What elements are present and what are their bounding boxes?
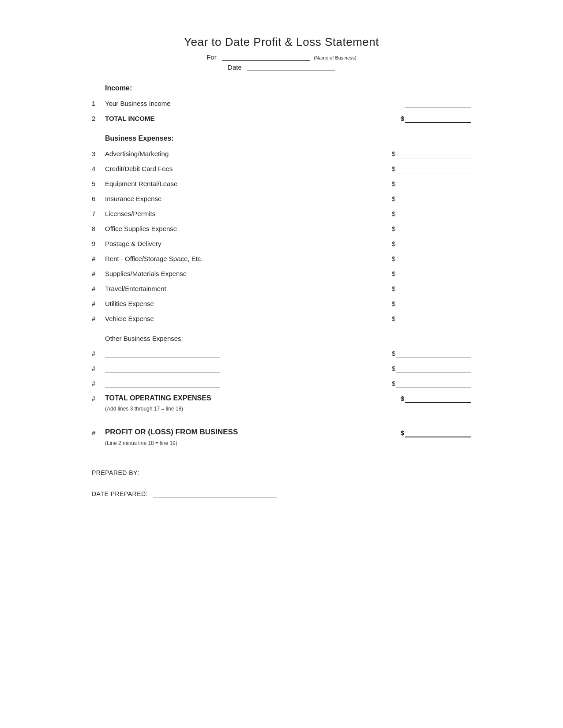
dollar-14: $ xyxy=(392,315,395,323)
expense-input-12[interactable] xyxy=(396,285,471,293)
other-label-field-2[interactable] xyxy=(105,365,220,373)
prepared-section: PREPARED BY: DATE PREPARED: xyxy=(92,468,471,497)
dollar-4: $ xyxy=(392,165,395,173)
total-operating-row: # TOTAL OPERATING EXPENSES $ xyxy=(92,391,471,403)
dollar-8: $ xyxy=(392,225,395,233)
dollar-7: $ xyxy=(392,210,395,218)
line-num-5: 5 xyxy=(92,180,105,188)
total-operating-col: $ xyxy=(401,395,471,403)
expense-label-12: Travel/Entertainment xyxy=(105,285,392,293)
expense-input-6[interactable] xyxy=(396,195,471,203)
business-name-input[interactable] xyxy=(222,60,310,61)
date-input[interactable] xyxy=(247,71,335,71)
other-input-3[interactable] xyxy=(396,380,471,388)
expense-line-14: # Vehicle Expense $ xyxy=(92,311,471,323)
expense-amount-6: $ xyxy=(392,195,471,203)
income-label-2: TOTAL INCOME xyxy=(105,115,401,123)
line-num-10: # xyxy=(92,255,105,263)
line-num-9: 9 xyxy=(92,240,105,248)
dollar-6: $ xyxy=(392,195,395,203)
line-num-3: 3 xyxy=(92,150,105,158)
expense-input-11[interactable] xyxy=(396,270,471,278)
expense-amount-14: $ xyxy=(392,315,471,323)
expense-line-12: # Travel/Entertainment $ xyxy=(92,281,471,293)
total-operating-input[interactable] xyxy=(405,395,471,403)
other-label-input-1 xyxy=(105,350,392,358)
dollar-11: $ xyxy=(392,270,395,278)
other-input-2[interactable] xyxy=(396,365,471,373)
expense-label-4: Credit/Debit Card Fees xyxy=(105,165,392,173)
dollar-10: $ xyxy=(392,255,395,263)
expense-line-6: 6 Insurance Expense $ xyxy=(92,191,471,203)
other-line-num-2: # xyxy=(92,365,105,373)
line-num-2: 2 xyxy=(92,115,105,123)
expense-input-9[interactable] xyxy=(396,240,471,248)
expense-input-3[interactable] xyxy=(396,150,471,158)
other-label-field-3[interactable] xyxy=(105,380,220,388)
line-num-4: 4 xyxy=(92,165,105,173)
other-amount-3: $ xyxy=(392,380,471,388)
profit-loss-num: # xyxy=(92,429,105,437)
income-1-amount[interactable] xyxy=(405,100,471,108)
expense-label-13: Utilities Expense xyxy=(105,300,392,308)
expense-line-7: 7 Licenses/Permits $ xyxy=(92,206,471,218)
expense-amount-9: $ xyxy=(392,240,471,248)
other-dollar-1: $ xyxy=(392,350,395,358)
expense-label-6: Insurance Expense xyxy=(105,195,392,203)
expense-input-5[interactable] xyxy=(396,180,471,188)
prepared-by-input[interactable] xyxy=(145,468,268,476)
prepared-by-row: PREPARED BY: xyxy=(92,468,471,476)
expense-line-3: 3 Advertising/Marketing $ xyxy=(92,146,471,158)
name-of-business-note: (Name of Business) xyxy=(314,55,357,60)
expense-label-7: Licenses/Permits xyxy=(105,210,392,218)
for-label: For xyxy=(206,53,217,61)
expense-label-3: Advertising/Marketing xyxy=(105,150,392,158)
other-amount-2: $ xyxy=(392,365,471,373)
expense-label-8: Office Supplies Expense xyxy=(105,225,392,233)
profit-loss-input[interactable] xyxy=(405,429,471,437)
line-num-11: # xyxy=(92,270,105,278)
income-label-1: Your Business Income xyxy=(105,100,405,108)
other-label-input-2 xyxy=(105,365,392,373)
line-num-6: 6 xyxy=(92,195,105,203)
for-line: For (Name of Business) xyxy=(92,53,471,61)
line-num-14: # xyxy=(92,315,105,323)
page: Year to Date Profit & Loss Statement For… xyxy=(92,35,471,693)
other-amount-1: $ xyxy=(392,350,471,358)
expense-input-7[interactable] xyxy=(396,210,471,218)
total-income-dollar: $ xyxy=(401,115,404,123)
expense-label-14: Vehicle Expense xyxy=(105,315,392,323)
total-income-input[interactable] xyxy=(405,115,471,123)
profit-loss-label: PROFIT OR (LOSS) FROM BUSINESS xyxy=(105,428,401,437)
expense-input-13[interactable] xyxy=(396,300,471,308)
expense-amount-12: $ xyxy=(392,285,471,293)
date-prepared-input[interactable] xyxy=(153,489,277,497)
profit-loss-row: # PROFIT OR (LOSS) FROM BUSINESS $ xyxy=(92,425,471,437)
dollar-5: $ xyxy=(392,180,395,188)
expense-label-10: Rent - Office/Storage Space, Etc. xyxy=(105,255,392,263)
other-dollar-2: $ xyxy=(392,365,395,373)
expense-input-14[interactable] xyxy=(396,315,471,323)
total-operating-dollar: $ xyxy=(401,395,404,403)
line-num-12: # xyxy=(92,285,105,293)
income-line-1: 1 Your Business Income xyxy=(92,96,471,108)
expense-label-11: Supplies/Materials Expense xyxy=(105,270,392,278)
business-expenses-header: Business Expenses: xyxy=(105,134,471,142)
profit-loss-note: (Line 2 minus line 18 = line 19) xyxy=(105,440,471,446)
expense-amount-10: $ xyxy=(392,255,471,263)
date-prepared-row: DATE PREPARED: xyxy=(92,489,471,497)
expense-input-4[interactable] xyxy=(396,165,471,173)
expense-input-10[interactable] xyxy=(396,255,471,263)
income-header: Income: xyxy=(105,84,471,92)
dollar-13: $ xyxy=(392,300,395,308)
date-label: Date xyxy=(228,63,242,71)
prepared-by-label: PREPARED BY: xyxy=(92,469,139,476)
expense-line-4: 4 Credit/Debit Card Fees $ xyxy=(92,161,471,173)
other-label-input-3 xyxy=(105,380,392,388)
profit-loss-col: $ xyxy=(401,429,471,437)
other-input-1[interactable] xyxy=(396,350,471,358)
expense-amount-7: $ xyxy=(392,210,471,218)
other-label-field-1[interactable] xyxy=(105,350,220,358)
expense-input-8[interactable] xyxy=(396,225,471,233)
expense-line-9: 9 Postage & Delivery $ xyxy=(92,236,471,248)
